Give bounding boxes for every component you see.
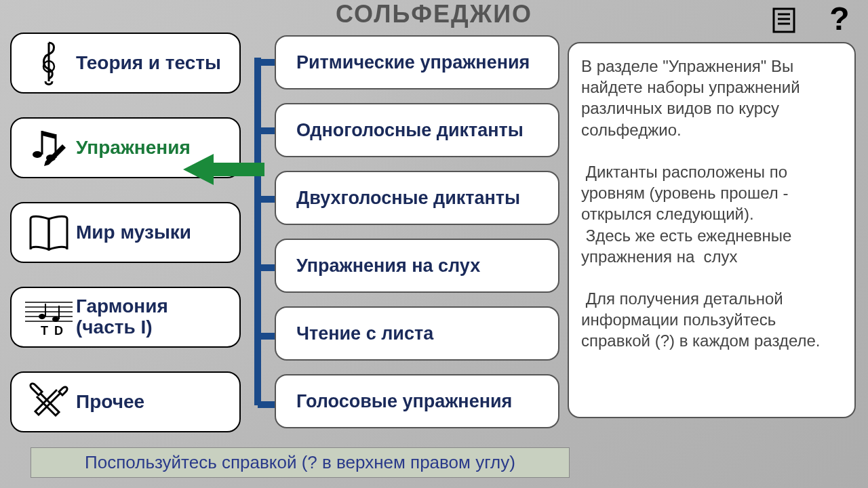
- svg-text:?: ?: [829, 5, 849, 35]
- menu-label: Теория и тесты: [76, 53, 221, 74]
- svg-rect-0: [774, 9, 794, 32]
- doc-icon[interactable]: [770, 7, 797, 37]
- menu-harmony[interactable]: T D Гармония (часть I): [10, 287, 241, 348]
- submenu-one-voice-dictation[interactable]: Одноголосные диктанты: [275, 103, 559, 157]
- notes-pencil-icon: [22, 124, 76, 171]
- submenu-label: Упражнения на слух: [296, 256, 480, 277]
- hint-text: Поспользуйтесь справкой (? в верхнем пра…: [85, 452, 515, 473]
- open-book-icon: [22, 209, 76, 256]
- submenu-voice-exercises[interactable]: Голосовые упражнения: [275, 374, 559, 428]
- menu-label: Гармония (часть I): [76, 296, 229, 338]
- svg-point-6: [33, 151, 42, 158]
- submenu-label: Одноголосные диктанты: [296, 120, 524, 141]
- wrench-screwdriver-icon: [22, 378, 76, 426]
- active-arrow-icon: [183, 152, 264, 186]
- svg-text:T: T: [41, 324, 48, 338]
- svg-marker-21: [183, 154, 264, 185]
- app-title: СОЛЬФЕДЖИО: [336, 0, 532, 28]
- treble-clef-icon: [22, 39, 76, 87]
- menu-label: Упражнения: [76, 138, 191, 159]
- info-text: В разделе "Упражнения" Вы найдете наборы…: [581, 56, 842, 352]
- hint-bar: Поспользуйтесь справкой (? в верхнем пра…: [31, 447, 570, 478]
- submenu-two-voice-dictation[interactable]: Двухголосные диктанты: [275, 171, 559, 225]
- menu-theory-tests[interactable]: Теория и тесты: [10, 33, 241, 94]
- menu-label: Прочее: [76, 392, 144, 413]
- info-panel: В разделе "Упражнения" Вы найдете наборы…: [568, 42, 856, 418]
- submenu-rhythmic-exercises[interactable]: Ритмические упражнения: [275, 35, 559, 89]
- svg-point-17: [52, 317, 59, 322]
- submenu-label: Двухголосные диктанты: [296, 188, 520, 209]
- tree-connector-vertical: [254, 58, 261, 405]
- submenu-sight-reading[interactable]: Чтение с листа: [275, 306, 559, 361]
- submenu-ear-exercises[interactable]: Упражнения на слух: [275, 239, 559, 293]
- menu-label: Мир музыки: [76, 222, 191, 243]
- help-icon[interactable]: ?: [825, 5, 854, 38]
- menu-other[interactable]: Прочее: [10, 371, 241, 432]
- svg-point-15: [39, 314, 45, 319]
- submenu-label: Ритмические упражнения: [296, 52, 530, 73]
- submenu-label: Чтение с листа: [296, 323, 433, 344]
- svg-text:D: D: [54, 324, 63, 338]
- menu-music-world[interactable]: Мир музыки: [10, 202, 241, 263]
- submenu-label: Голосовые упражнения: [296, 391, 512, 412]
- staff-td-icon: T D: [22, 293, 76, 341]
